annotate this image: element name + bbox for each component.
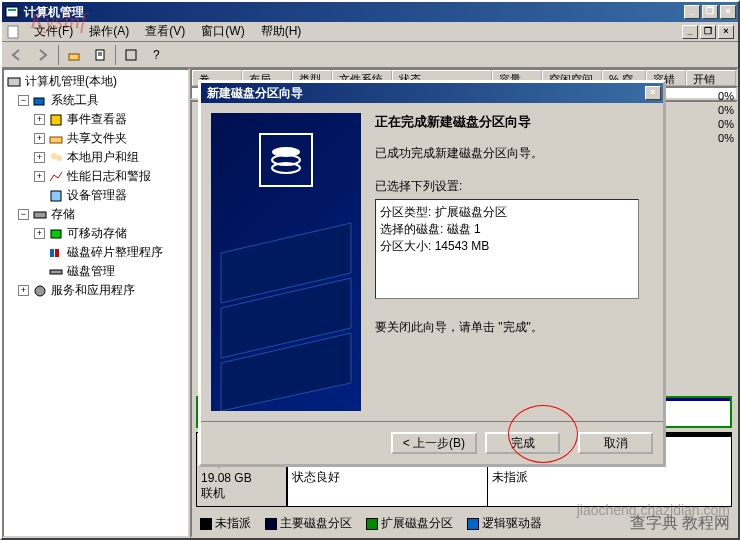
- tree-eventviewer[interactable]: +事件查看器: [6, 110, 186, 129]
- menu-help[interactable]: 帮助(H): [253, 21, 310, 42]
- partition-wizard-dialog: 新建磁盘分区向导 × 正在完成新建磁盘分区向导 已成功完成新建磁盘分区向导。 已…: [198, 80, 666, 467]
- maximize-button[interactable]: ❐: [702, 5, 718, 19]
- svg-rect-11: [51, 115, 61, 125]
- svg-text:?: ?: [153, 48, 160, 62]
- pct-value: 0%: [718, 104, 734, 116]
- svg-rect-20: [50, 270, 62, 274]
- legend-swatch-primary: [265, 518, 277, 530]
- back-button[interactable]: [6, 44, 28, 66]
- svg-rect-15: [51, 191, 61, 201]
- menubar: 文件(F) 操作(A) 查看(V) 窗口(W) 帮助(H) _ ❐ ×: [2, 22, 738, 42]
- collapse-icon[interactable]: −: [18, 209, 29, 220]
- tree-systools[interactable]: −系统工具: [6, 91, 186, 110]
- svg-rect-10: [34, 98, 44, 105]
- pct-value: 0%: [718, 118, 734, 130]
- wizard-done-text: 已成功完成新建磁盘分区向导。: [375, 145, 639, 162]
- expand-icon[interactable]: +: [18, 285, 29, 296]
- child-restore-button[interactable]: ❐: [700, 25, 716, 39]
- col-overhead[interactable]: 开销: [686, 70, 736, 86]
- expand-icon[interactable]: +: [34, 133, 45, 144]
- tree-devmgr[interactable]: 设备管理器: [6, 186, 186, 205]
- svg-rect-19: [55, 249, 59, 257]
- wizard-close-hint: 要关闭此向导，请单击 "完成"。: [375, 319, 639, 336]
- doc-icon: [6, 24, 22, 40]
- legend: 未指派 主要磁盘分区 扩展磁盘分区 逻辑驱动器: [192, 511, 736, 536]
- tree-storage[interactable]: −存储: [6, 205, 186, 224]
- svg-rect-16: [34, 212, 46, 218]
- toolbar: ?: [2, 42, 738, 68]
- refresh-button[interactable]: [120, 44, 142, 66]
- legend-swatch-extended: [366, 518, 378, 530]
- tree-users[interactable]: +本地用户和组: [6, 148, 186, 167]
- svg-rect-12: [50, 137, 62, 143]
- tree-root[interactable]: 计算机管理(本地): [6, 72, 186, 91]
- app-icon: [4, 4, 20, 20]
- tree-services[interactable]: +服务和应用程序: [6, 281, 186, 300]
- child-minimize-button[interactable]: _: [682, 25, 698, 39]
- svg-rect-3: [69, 54, 79, 60]
- menu-action[interactable]: 操作(A): [81, 21, 137, 42]
- svg-point-21: [35, 286, 45, 296]
- cancel-button[interactable]: 取消: [578, 432, 653, 454]
- collapse-icon[interactable]: −: [18, 95, 29, 106]
- tree-defrag[interactable]: 磁盘碎片整理程序: [6, 243, 186, 262]
- svg-rect-7: [126, 50, 136, 60]
- pct-value: 0%: [718, 90, 734, 102]
- expand-icon[interactable]: +: [34, 114, 45, 125]
- wizard-footer: < 上一步(B) 完成 取消: [201, 421, 663, 464]
- expand-icon[interactable]: +: [34, 228, 45, 239]
- help-button[interactable]: ?: [146, 44, 168, 66]
- wizard-selected-label: 已选择下列设置:: [375, 178, 639, 195]
- tree-shared[interactable]: +共享文件夹: [6, 129, 186, 148]
- svg-rect-2: [8, 26, 18, 38]
- tree-removable[interactable]: +可移动存储: [6, 224, 186, 243]
- child-close-button[interactable]: ×: [718, 25, 734, 39]
- legend-swatch-unallocated: [200, 518, 212, 530]
- menu-file[interactable]: 文件(F): [26, 21, 81, 42]
- svg-rect-18: [50, 249, 54, 257]
- tree-perf[interactable]: +性能日志和警报: [6, 167, 186, 186]
- svg-rect-0: [6, 7, 18, 17]
- svg-point-14: [56, 155, 62, 161]
- svg-rect-17: [51, 230, 61, 238]
- properties-button[interactable]: [89, 44, 111, 66]
- forward-button[interactable]: [32, 44, 54, 66]
- expand-icon[interactable]: +: [34, 171, 45, 182]
- wizard-sidebar: [211, 113, 361, 411]
- titlebar: 计算机管理 _ ❐ ×: [2, 2, 738, 22]
- tree-diskmgmt[interactable]: 磁盘管理: [6, 262, 186, 281]
- pct-value: 0%: [718, 132, 734, 144]
- nav-tree[interactable]: 计算机管理(本地) −系统工具 +事件查看器 +共享文件夹 +本地用户和组 +性…: [2, 68, 190, 538]
- wizard-content: 正在完成新建磁盘分区向导 已成功完成新建磁盘分区向导。 已选择下列设置: 分区类…: [361, 113, 653, 411]
- menu-window[interactable]: 窗口(W): [193, 21, 252, 42]
- svg-rect-1: [8, 9, 16, 11]
- legend-swatch-logical: [467, 518, 479, 530]
- wizard-settings-box: 分区类型: 扩展磁盘分区 选择的磁盘: 磁盘 1 分区大小: 14543 MB: [375, 199, 639, 299]
- menu-view[interactable]: 查看(V): [137, 21, 193, 42]
- wizard-heading: 正在完成新建磁盘分区向导: [375, 113, 639, 131]
- finish-button[interactable]: 完成: [485, 432, 560, 454]
- svg-rect-9: [8, 78, 20, 86]
- close-button[interactable]: ×: [720, 5, 736, 19]
- expand-icon[interactable]: +: [34, 152, 45, 163]
- back-button[interactable]: < 上一步(B): [391, 432, 477, 454]
- minimize-button[interactable]: _: [684, 5, 700, 19]
- up-button[interactable]: [63, 44, 85, 66]
- window-title: 计算机管理: [24, 4, 684, 21]
- wizard-title: 新建磁盘分区向导: [203, 85, 645, 102]
- wizard-titlebar: 新建磁盘分区向导 ×: [201, 83, 663, 103]
- wizard-close-button[interactable]: ×: [645, 86, 661, 100]
